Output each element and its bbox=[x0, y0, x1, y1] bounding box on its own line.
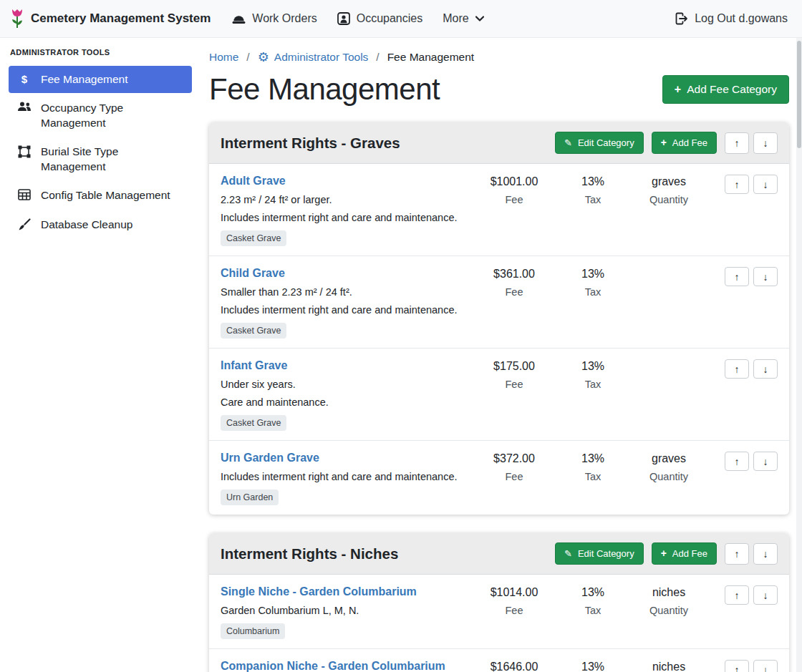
scrollbar[interactable] bbox=[796, 38, 802, 672]
tax-value: 13% bbox=[560, 268, 626, 281]
page-header: Fee Management + Add Fee Category bbox=[209, 72, 789, 107]
logout-link[interactable]: Log Out d.gowans bbox=[670, 5, 792, 32]
move-fee-down-button[interactable]: ↓ bbox=[753, 452, 778, 471]
add-fee-button[interactable]: + Add Fee bbox=[652, 542, 717, 565]
fee-reorder-controls: ↑ ↓ bbox=[725, 660, 778, 672]
fee-amount: $1646.00 bbox=[468, 661, 560, 672]
fee-category-card: Interment Rights - Graves ✎ Edit Categor… bbox=[209, 122, 789, 515]
move-fee-down-button[interactable]: ↓ bbox=[753, 585, 778, 605]
arrow-up-icon: ↑ bbox=[735, 364, 740, 375]
tax-column: 13% Tax bbox=[560, 452, 626, 482]
quantity-column bbox=[626, 267, 712, 268]
tax-label: Tax bbox=[560, 286, 626, 298]
sidebar-item-label: Config Table Management bbox=[41, 188, 170, 203]
fee-name-link[interactable]: Adult Grave bbox=[221, 175, 286, 187]
fee-description: 2.23 m² / 24 ft² or larger. bbox=[221, 194, 461, 205]
fee-description: Care and maintenance. bbox=[221, 396, 461, 408]
move-category-down-button[interactable]: ↓ bbox=[753, 543, 778, 565]
arrow-down-icon: ↓ bbox=[763, 590, 768, 601]
add-fee-button[interactable]: + Add Fee bbox=[652, 132, 717, 154]
scrollbar-thumb[interactable] bbox=[797, 41, 801, 148]
sidebar-item-config-table-management[interactable]: Config Table Management bbox=[9, 182, 192, 209]
quantity-label: Quantity bbox=[626, 194, 712, 205]
fee-info: Companion Niche - Garden Columbarium Gar… bbox=[221, 660, 468, 672]
fee-reorder-controls: ↑ ↓ bbox=[725, 585, 778, 605]
quantity-column bbox=[626, 359, 712, 360]
fee-reorder-controls: ↑ ↓ bbox=[725, 267, 778, 286]
move-fee-up-button[interactable]: ↑ bbox=[725, 585, 749, 605]
move-fee-up-button[interactable]: ↑ bbox=[725, 267, 749, 286]
tax-column: 13% Tax bbox=[560, 359, 626, 390]
fee-name-link[interactable]: Urn Garden Grave bbox=[221, 452, 319, 464]
fee-amount-label: Fee bbox=[468, 471, 560, 482]
fee-amount-label: Fee bbox=[468, 194, 560, 205]
move-fee-up-button[interactable]: ↑ bbox=[725, 452, 749, 471]
arrow-up-icon: ↑ bbox=[735, 271, 740, 283]
nav-more[interactable]: More bbox=[433, 5, 493, 32]
fee-info: Urn Garden Grave Includes interment righ… bbox=[221, 452, 468, 505]
edit-category-label: Edit Category bbox=[578, 137, 634, 148]
category-title: Interment Rights - Graves bbox=[221, 135, 547, 152]
edit-category-label: Edit Category bbox=[578, 548, 634, 559]
fee-name-link[interactable]: Single Niche - Garden Columbarium bbox=[221, 585, 417, 598]
move-category-down-button[interactable]: ↓ bbox=[753, 132, 778, 154]
move-fee-down-button[interactable]: ↓ bbox=[753, 660, 778, 672]
chevron-down-icon bbox=[475, 16, 484, 21]
breadcrumb-admin-tools-link[interactable]: ⚙ Administrator Tools bbox=[258, 51, 369, 64]
brand[interactable]: Cemetery Management System bbox=[10, 8, 211, 29]
person-badge-icon bbox=[337, 12, 350, 25]
move-fee-down-button[interactable]: ↓ bbox=[753, 267, 778, 286]
fee-name-link[interactable]: Infant Grave bbox=[221, 359, 287, 371]
arrow-down-icon: ↓ bbox=[763, 179, 768, 190]
fee-description: Smaller than 2.23 m² / 24 ft². bbox=[221, 286, 461, 298]
fee-name-link[interactable]: Companion Niche - Garden Columbarium bbox=[221, 660, 445, 672]
logout-label: Log Out d.gowans bbox=[695, 12, 788, 25]
edit-category-button[interactable]: ✎ Edit Category bbox=[555, 542, 644, 565]
gear-icon: ⚙ bbox=[258, 51, 269, 64]
fee-amount: $361.00 bbox=[468, 268, 560, 281]
nav-work-orders-label: Work Orders bbox=[252, 12, 317, 25]
fee-amount-column: $1646.00 Fee bbox=[468, 660, 560, 672]
add-fee-label: Add Fee bbox=[672, 548, 707, 559]
nav-occupancies[interactable]: Occupancies bbox=[327, 5, 433, 32]
fee-amount: $175.00 bbox=[468, 360, 560, 373]
tax-value: 13% bbox=[560, 661, 626, 672]
sidebar-item-database-cleanup[interactable]: Database Cleanup bbox=[9, 211, 192, 238]
sidebar-item-occupancy-type-management[interactable]: Occupancy Type Management bbox=[9, 94, 192, 137]
edit-category-button[interactable]: ✎ Edit Category bbox=[555, 132, 644, 154]
fee-info: Single Niche - Garden Columbarium Garden… bbox=[221, 585, 468, 639]
fee-amount-column: $1014.00 Fee bbox=[468, 585, 560, 616]
brand-title: Cemetery Management System bbox=[31, 11, 211, 26]
box-arrow-right-icon bbox=[675, 12, 688, 25]
add-fee-category-button[interactable]: + Add Fee Category bbox=[662, 75, 789, 104]
tax-label: Tax bbox=[560, 379, 626, 390]
sidebar-item-fee-management[interactable]: $ Fee Management bbox=[9, 66, 192, 93]
move-fee-up-button[interactable]: ↑ bbox=[725, 175, 749, 194]
move-category-up-button[interactable]: ↑ bbox=[725, 132, 749, 154]
people-icon bbox=[17, 102, 32, 112]
fee-name-link[interactable]: Child Grave bbox=[221, 267, 285, 279]
move-fee-up-button[interactable]: ↑ bbox=[725, 359, 749, 379]
breadcrumb-admin-tools-label: Administrator Tools bbox=[274, 51, 369, 64]
fee-amount-column: $361.00 Fee bbox=[468, 267, 560, 298]
quantity-label: Quantity bbox=[626, 605, 712, 616]
plus-icon: + bbox=[661, 549, 667, 558]
nav-work-orders[interactable]: Work Orders bbox=[222, 5, 327, 32]
fee-reorder-controls: ↑ ↓ bbox=[725, 452, 778, 471]
breadcrumb-home-link[interactable]: Home bbox=[209, 51, 238, 64]
fee-amount-label: Fee bbox=[468, 286, 560, 298]
move-fee-down-button[interactable]: ↓ bbox=[753, 175, 778, 194]
move-category-up-button[interactable]: ↑ bbox=[725, 543, 749, 565]
fee-row: Child Grave Smaller than 2.23 m² / 24 ft… bbox=[209, 256, 789, 349]
add-fee-label: Add Fee bbox=[672, 137, 707, 148]
move-fee-up-button[interactable]: ↑ bbox=[725, 660, 749, 672]
arrow-up-icon: ↑ bbox=[735, 590, 740, 601]
fee-description: Includes interment right and care and ma… bbox=[221, 471, 461, 482]
move-fee-down-button[interactable]: ↓ bbox=[753, 359, 778, 379]
tax-column: 13% Tax bbox=[560, 660, 626, 672]
fee-amount: $1014.00 bbox=[468, 586, 560, 599]
main-content: Home / ⚙ Administrator Tools / Fee Manag… bbox=[200, 38, 802, 672]
tulip-logo-icon bbox=[10, 8, 24, 29]
broom-icon bbox=[17, 218, 32, 231]
sidebar-item-burial-site-type-management[interactable]: Burial Site Type Management bbox=[9, 138, 192, 180]
